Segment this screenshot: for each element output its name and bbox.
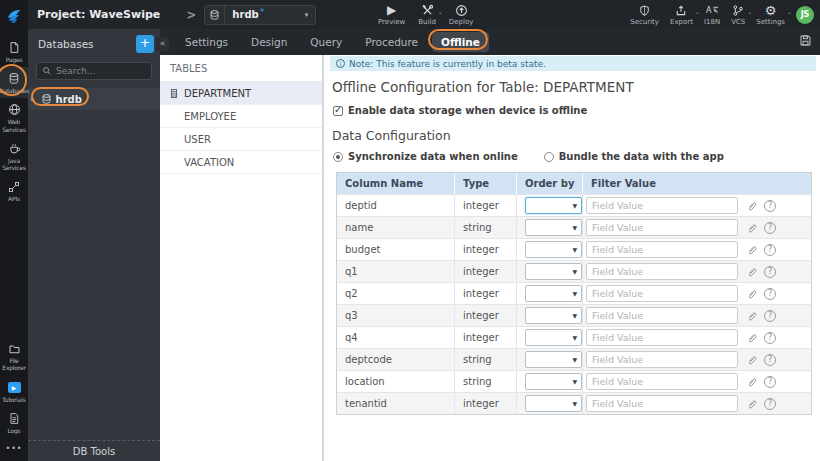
bind-variable-icon[interactable] <box>746 376 758 388</box>
column-name-cell: q2 <box>337 283 455 304</box>
column-name-cell: deptid <box>337 195 455 216</box>
order-by-cell: ▼ <box>517 283 583 304</box>
i18n-button[interactable]: A I18N <box>704 4 720 26</box>
sidebar-item-logs[interactable]: Logs <box>0 407 28 438</box>
security-button[interactable]: Security <box>630 4 659 26</box>
more-options-button[interactable]: ••• <box>5 438 22 461</box>
table-list-item-department[interactable]: DEPARTMENT <box>160 82 322 105</box>
order-by-select[interactable]: ▼ <box>525 241 582 258</box>
column-type-cell: string <box>455 349 517 370</box>
search-box[interactable] <box>36 62 152 80</box>
sidebar-item-pages[interactable]: Pages <box>0 36 28 67</box>
save-icon[interactable] <box>799 34 812 47</box>
filter-value-cell: ? <box>583 305 811 326</box>
order-by-select[interactable]: ▼ <box>525 285 582 302</box>
database-selector-dropdown[interactable]: hrdb * ▾ <box>204 5 316 25</box>
bind-variable-icon[interactable] <box>746 310 758 322</box>
bind-variable-icon[interactable] <box>746 332 758 344</box>
table-list-item-vacation[interactable]: VACATION <box>160 151 322 174</box>
db-tools-button[interactable]: DB Tools <box>28 440 160 461</box>
sidebar-item-tutorials[interactable]: ▶ Tutorials <box>0 376 28 407</box>
tab-settings[interactable]: Settings <box>176 32 237 52</box>
filter-value-input[interactable] <box>586 285 738 302</box>
bind-variable-icon[interactable] <box>746 200 758 212</box>
section-title: Data Configuration <box>332 128 820 143</box>
table-list-item-user[interactable]: USER <box>160 128 322 151</box>
export-button[interactable]: Export ⌄ <box>670 4 693 26</box>
selected-database-name: hrdb <box>232 9 258 20</box>
search-input[interactable] <box>56 66 146 76</box>
build-button[interactable]: Build ⌄ <box>418 4 436 26</box>
bind-variable-icon[interactable] <box>746 222 758 234</box>
sidebar-item-apis[interactable]: APIs <box>0 175 28 206</box>
filter-value-input[interactable] <box>586 395 738 412</box>
help-icon[interactable]: ? <box>764 244 776 256</box>
filter-value-input[interactable] <box>586 351 738 368</box>
help-icon[interactable]: ? <box>764 354 776 366</box>
database-tree-item-hrdb[interactable]: ▸ hrdb <box>28 88 160 110</box>
offline-config-table: Column Name Type Order by Filter Value d… <box>336 172 812 415</box>
user-avatar[interactable]: JS <box>796 6 814 24</box>
help-icon[interactable]: ? <box>764 200 776 212</box>
help-icon[interactable]: ? <box>764 332 776 344</box>
help-icon[interactable]: ? <box>764 310 776 322</box>
bind-variable-icon[interactable] <box>746 244 758 256</box>
tables-panel: TABLES DEPARTMENTEMPLOYEEUSERVACATION <box>160 55 324 461</box>
collapse-panel-button[interactable]: « <box>156 37 169 51</box>
order-by-select[interactable]: ▼ <box>525 351 582 368</box>
bind-variable-icon[interactable] <box>746 266 758 278</box>
bind-variable-icon[interactable] <box>746 354 758 366</box>
chevron-down-icon: ▼ <box>572 268 577 275</box>
tab-query[interactable]: Query <box>301 32 351 52</box>
tab-procedure[interactable]: Procedure <box>356 32 427 52</box>
filter-value-input[interactable] <box>586 329 738 346</box>
bind-variable-icon[interactable] <box>746 288 758 300</box>
sidebar-item-file-explorer[interactable]: File Explorer <box>0 337 28 375</box>
column-name-cell: budget <box>337 239 455 260</box>
database-icon <box>8 72 20 85</box>
config-table-row: q1integer▼? <box>337 260 811 282</box>
filter-value-input[interactable] <box>586 219 738 236</box>
filter-value-input[interactable] <box>586 241 738 258</box>
help-icon[interactable]: ? <box>764 398 776 410</box>
sidebar-item-databases[interactable]: Databases <box>0 67 28 98</box>
sidebar-item-java-services[interactable]: Java Services <box>0 137 28 175</box>
order-by-select[interactable]: ▼ <box>525 197 582 214</box>
filter-value-input[interactable] <box>586 307 738 324</box>
app-logo[interactable] <box>0 0 28 29</box>
filter-value-input[interactable] <box>586 263 738 280</box>
bind-variable-icon[interactable] <box>746 398 758 410</box>
radio-synchronize-online[interactable]: Synchronize data when online <box>333 151 518 162</box>
order-by-select[interactable]: ▼ <box>525 307 582 324</box>
enable-storage-checkbox[interactable] <box>333 106 343 116</box>
help-icon[interactable]: ? <box>764 266 776 278</box>
preview-button[interactable]: ▶ Preview <box>378 4 405 26</box>
radio-bundle-with-app[interactable]: Bundle the data with the app <box>544 151 724 162</box>
table-list-item-employee[interactable]: EMPLOYEE <box>160 105 322 128</box>
help-icon[interactable]: ? <box>764 222 776 234</box>
deploy-button[interactable]: Deploy <box>449 4 474 26</box>
add-database-button[interactable]: + <box>136 35 154 53</box>
tab-offline[interactable]: Offline <box>432 32 489 52</box>
order-by-select[interactable]: ▼ <box>525 219 582 236</box>
filter-value-cell: ? <box>583 217 811 238</box>
help-icon[interactable]: ? <box>764 288 776 300</box>
branch-icon <box>732 4 744 17</box>
vcs-button[interactable]: VCS ⌄ <box>731 4 745 26</box>
order-by-select[interactable]: ▼ <box>525 329 582 346</box>
tab-design[interactable]: Design <box>242 32 296 52</box>
sidebar-item-web-services[interactable]: Web Services <box>0 98 28 136</box>
filter-value-input[interactable] <box>586 373 738 390</box>
chevron-down-icon: ▼ <box>572 290 577 297</box>
settings-button[interactable]: ⚙ Settings ⌄ <box>756 4 785 26</box>
order-by-select[interactable]: ▼ <box>525 373 582 390</box>
column-type-cell: string <box>455 371 517 392</box>
filter-value-input[interactable] <box>586 197 738 214</box>
order-by-select[interactable]: ▼ <box>525 263 582 280</box>
order-by-select[interactable]: ▼ <box>525 395 582 412</box>
help-icon[interactable]: ? <box>764 376 776 388</box>
filter-value-cell: ? <box>583 327 811 348</box>
play-badge-icon: ▶ <box>8 381 21 394</box>
radio-icon <box>544 152 554 162</box>
header-type: Type <box>455 173 517 194</box>
